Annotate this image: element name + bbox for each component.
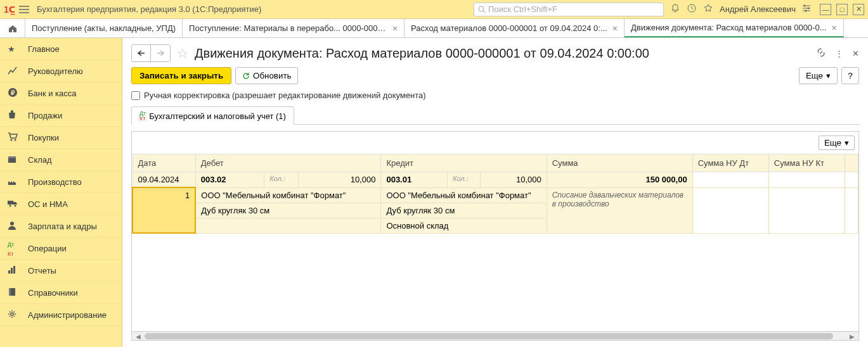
svg-point-20 [11,313,13,315]
bell-icon[interactable] [670,3,680,15]
table-row[interactable]: 09.04.2024 003.02 Кол.: 10,000 003.01 Ко… [133,172,858,188]
more-button[interactable]: Еще ▾ [799,67,838,84]
sidebar-item-assets[interactable]: ОС и НМА [0,193,122,215]
gear-icon [8,310,20,320]
user-name[interactable]: Андрей Алексеевич [720,4,796,14]
manual-edit-checkbox[interactable] [131,91,140,100]
cell-nu-kt [768,172,845,188]
svg-point-12 [10,205,11,206]
cell-credit-kol-label: Кол.: [447,172,480,188]
svg-point-3 [808,8,810,9]
svg-point-2 [804,5,806,7]
sidebar-item-manager[interactable]: Руководителю [0,60,122,82]
cell-nu-dt [692,172,768,188]
svg-point-4 [805,10,807,12]
accounting-tab[interactable]: ДтКт Бухгалтерский и налоговый учет (1) [131,106,294,125]
sidebar-item-admin[interactable]: Администрирование [0,304,122,326]
tab-close-icon[interactable]: × [392,23,398,34]
sidebar-item-operations[interactable]: ДтКтОперации [0,237,122,260]
minimize-button[interactable]: — [820,4,831,15]
svg-point-8 [15,139,16,141]
th-sum[interactable]: Сумма [547,155,692,172]
home-tab[interactable] [0,19,25,37]
sidebar-item-sales[interactable]: Продажи [0,104,122,127]
tab-close-icon[interactable]: × [832,23,837,33]
th-sum-nu-kt[interactable]: Сумма НУ Кт [768,155,845,172]
person-icon [8,221,20,232]
maximize-button[interactable]: □ [836,4,848,15]
th-sum-nu-dt[interactable]: Сумма НУ Дт [692,155,768,172]
kebab-icon[interactable]: ⋮ [835,49,843,58]
settings-icon[interactable] [802,4,811,15]
scroll-left-icon[interactable]: ◀ [133,332,143,341]
cell-credit-wh: Основной склад [381,218,547,233]
page-title: Движения документа: Расход материалов 00… [195,46,816,61]
chevron-down-icon: ▾ [826,71,831,80]
save-close-button[interactable]: Записать и закрыть [131,67,231,84]
cell-debit-acct: 003.02 [195,172,264,188]
cell-debit-empty [195,218,381,233]
forward-button[interactable] [151,45,170,61]
sidebar-item-hr[interactable]: Зарплата и кадры [0,215,122,237]
star-icon[interactable] [703,3,713,15]
cell-credit-item: Дуб кругляк 30 см [381,203,547,218]
box-icon [8,155,20,165]
search-input[interactable]: Поиск Ctrl+Shift+F [474,3,664,16]
chevron-down-icon: ▾ [845,138,849,148]
cell-sum: 150 000,00 [547,172,692,188]
bag-icon [8,110,20,121]
tab-close-icon[interactable]: × [612,23,618,34]
table-more-button[interactable]: Еще ▾ [819,136,855,150]
cell-credit-org: ООО "Мебельный комбинат "Формат" [381,187,547,203]
manual-edit-label: Ручная корректировка (разрешает редактир… [144,91,426,100]
ruble-icon: ₽ [8,87,20,99]
th-extra [845,155,858,172]
cell-credit-acct: 003.01 [381,172,448,188]
horizontal-scrollbar[interactable]: ◀ ▶ [132,331,858,340]
sidebar: ★Главное Руководителю ₽Банк и касса Прод… [0,38,122,347]
sidebar-item-bank[interactable]: ₽Банк и касса [0,82,122,104]
cell-debit-kol-label: Кол.: [264,172,299,188]
table-row[interactable]: 1 ООО "Мебельный комбинат "Формат" ООО "… [133,187,858,203]
close-button[interactable]: ✕ [853,4,864,15]
tab-0[interactable]: Поступление (акты, накладные, УПД) [25,19,183,37]
th-date[interactable]: Дата [133,155,195,172]
close-icon[interactable]: ✕ [852,49,859,58]
book-icon [8,287,20,298]
cell-date: 09.04.2024 [133,172,195,188]
bars-icon [8,265,20,276]
help-button[interactable]: ? [841,67,859,84]
search-placeholder: Поиск Ctrl+Shift+F [488,4,557,14]
app-title: Бухгалтерия предприятия, редакция 3.0 (1… [37,4,261,14]
sidebar-item-reports[interactable]: Отчеты [0,260,122,282]
sidebar-item-main[interactable]: ★Главное [0,38,122,60]
history-icon[interactable] [687,3,697,15]
sidebar-item-catalogs[interactable]: Справочники [0,282,122,304]
cell-extra [845,172,858,188]
sidebar-item-warehouse[interactable]: Склад [0,149,122,171]
svg-rect-17 [13,266,15,274]
cell-debit-item: Дуб кругляк 30 см [195,203,381,218]
th-credit[interactable]: Кредит [381,155,547,172]
sidebar-item-production[interactable]: Производство [0,171,122,193]
scroll-thumb[interactable] [145,333,833,339]
scroll-right-icon[interactable]: ▶ [847,332,857,341]
sidebar-item-purchases[interactable]: Покупки [0,127,122,149]
tab-3[interactable]: Движения документа: Расход материалов 00… [625,19,844,37]
th-debit[interactable]: Дебет [195,155,381,172]
menu-icon[interactable] [19,6,30,13]
title-bar: 1C̲ Бухгалтерия предприятия, редакция 3.… [0,0,868,19]
refresh-button[interactable]: Обновить [235,67,298,84]
svg-rect-10 [8,156,16,158]
back-button[interactable] [132,45,151,61]
link-icon[interactable] [816,47,826,60]
content-area: ☆ Движения документа: Расход материалов … [122,38,868,347]
star-icon: ★ [8,44,20,54]
favorite-icon[interactable]: ☆ [177,46,188,61]
tab-2[interactable]: Расход материалов 0000-000001 от 09.04.2… [405,19,625,37]
svg-rect-11 [8,201,13,205]
factory-icon [8,177,20,187]
svg-point-14 [10,222,14,225]
svg-point-7 [11,139,13,141]
tab-1[interactable]: Поступление: Материалы в перерабо... 000… [183,19,405,37]
